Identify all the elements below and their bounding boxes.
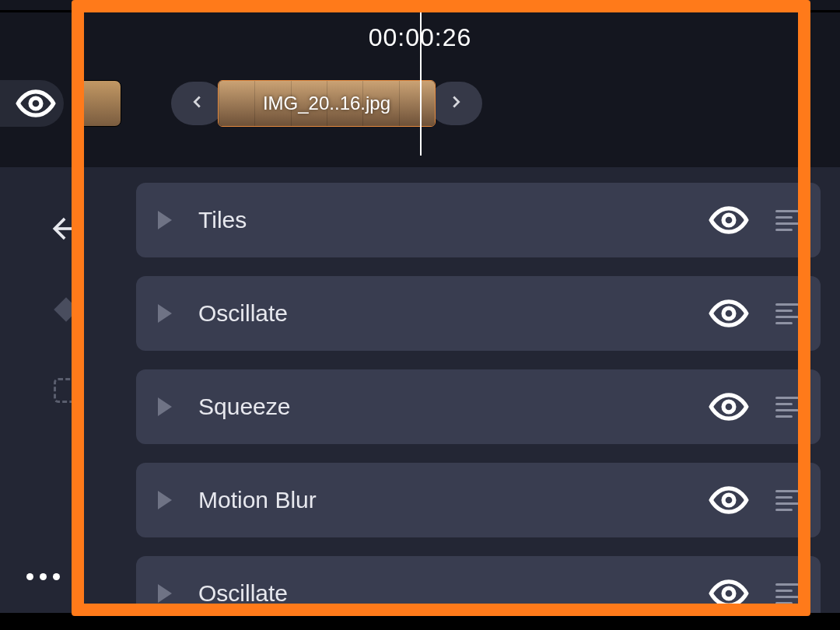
svg-point-0 bbox=[30, 98, 41, 109]
timeline-panel: 00:00:26 IMG_20..16.jpg bbox=[0, 0, 840, 167]
expand-icon bbox=[158, 397, 172, 416]
expand-icon bbox=[158, 491, 172, 509]
chevron-right-icon bbox=[447, 93, 464, 114]
eye-icon[interactable] bbox=[709, 200, 749, 240]
next-clip-button[interactable] bbox=[429, 82, 482, 125]
svg-point-5 bbox=[723, 495, 734, 506]
effect-name: Oscillate bbox=[198, 580, 709, 607]
effect-name: Oscillate bbox=[198, 300, 709, 327]
eye-icon[interactable] bbox=[709, 387, 749, 427]
system-nav-bar bbox=[0, 613, 840, 630]
chevron-left-icon bbox=[189, 93, 206, 114]
drag-handle-icon[interactable] bbox=[775, 583, 799, 604]
effect-item-tiles[interactable]: Tiles bbox=[136, 183, 821, 257]
drag-handle-icon[interactable] bbox=[775, 210, 799, 231]
drag-handle-icon[interactable] bbox=[775, 303, 799, 324]
eye-icon[interactable] bbox=[709, 573, 749, 614]
clip-thumbnail[interactable] bbox=[75, 80, 121, 127]
effect-item-motion-blur[interactable]: Motion Blur bbox=[136, 463, 821, 537]
svg-point-6 bbox=[723, 588, 734, 599]
track-visibility-toggle[interactable] bbox=[0, 80, 64, 127]
effect-name: Motion Blur bbox=[198, 487, 709, 513]
prev-clip-button[interactable] bbox=[171, 82, 224, 125]
clip-filename: IMG_20..16.jpg bbox=[219, 81, 435, 126]
effect-item-oscillate[interactable]: Oscillate bbox=[136, 276, 821, 351]
keyframe-tool[interactable] bbox=[45, 289, 87, 331]
expand-icon bbox=[158, 211, 172, 229]
drag-handle-icon[interactable] bbox=[775, 397, 799, 418]
eye-icon[interactable] bbox=[709, 480, 749, 520]
selected-clip[interactable]: IMG_20..16.jpg bbox=[218, 80, 436, 127]
more-button[interactable] bbox=[26, 573, 60, 580]
effects-panel: Tiles Oscillate Squeeze Motion Blur Osci… bbox=[0, 167, 840, 614]
effect-item-squeeze[interactable]: Squeeze bbox=[136, 369, 821, 444]
effect-name: Tiles bbox=[198, 207, 709, 233]
svg-point-2 bbox=[723, 215, 734, 226]
effects-list: Tiles Oscillate Squeeze Motion Blur Osci… bbox=[136, 183, 821, 614]
mask-tool[interactable] bbox=[45, 369, 87, 411]
playhead[interactable] bbox=[420, 0, 422, 156]
eye-icon[interactable] bbox=[709, 293, 749, 334]
back-button[interactable] bbox=[45, 208, 87, 250]
svg-point-4 bbox=[723, 401, 734, 412]
eye-icon bbox=[16, 83, 56, 124]
expand-icon bbox=[158, 304, 172, 323]
effects-sidebar bbox=[0, 167, 132, 614]
expand-icon bbox=[158, 584, 172, 603]
effect-item-oscillate-2[interactable]: Oscillate bbox=[136, 556, 821, 614]
effect-name: Squeeze bbox=[198, 394, 709, 420]
drag-handle-icon[interactable] bbox=[775, 490, 799, 511]
svg-point-3 bbox=[723, 308, 734, 319]
